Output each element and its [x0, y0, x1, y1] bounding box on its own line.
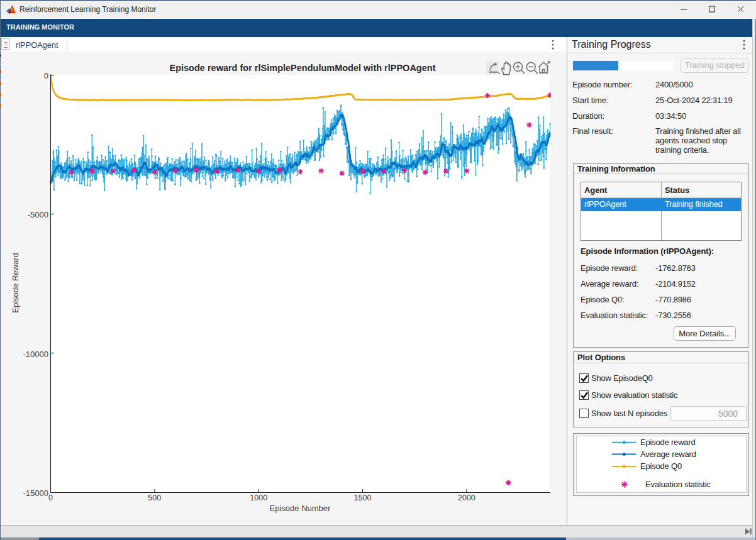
svg-text:1500: 1500	[354, 493, 372, 502]
svg-text:500: 500	[148, 493, 161, 502]
svg-text:1000: 1000	[250, 493, 267, 502]
svg-text:Evaluation statistic: Evaluation statistic	[645, 480, 711, 489]
svg-text:0: 0	[48, 493, 53, 502]
svg-text:-10000: -10000	[23, 350, 48, 359]
svg-text:Episode Number: Episode Number	[270, 504, 331, 513]
svg-text:2000: 2000	[458, 493, 475, 502]
svg-text:0: 0	[44, 71, 48, 80]
svg-text:-5000: -5000	[28, 210, 48, 219]
svg-text:Episode Q0: Episode Q0	[640, 461, 682, 471]
svg-text:Episode reward: Episode reward	[640, 438, 696, 447]
svg-text:Episode reward for rlSimplePen: Episode reward for rlSimplePendulumModel…	[170, 63, 436, 73]
svg-text:-15000: -15000	[23, 488, 48, 498]
svg-text:Average reward: Average reward	[640, 449, 696, 459]
svg-text:Episode Reward: Episode Reward	[11, 253, 20, 312]
